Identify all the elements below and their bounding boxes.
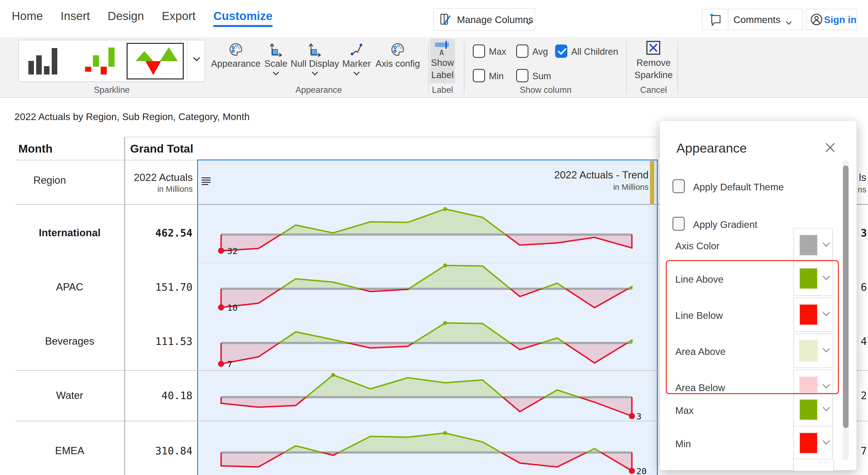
show-label-button[interactable]: A Show Label [430,39,455,83]
sparkline-min-label-water: 3 [636,411,642,421]
checkbox-avg[interactable] [516,44,528,58]
chevron-down-icon[interactable] [353,71,360,77]
show-label-line2: Label [430,70,455,80]
sparkline-min-label-emea: 20 [636,466,647,475]
trend-column-selected[interactable]: 2022 Actuals - Trend in Millions 3210732… [197,160,658,475]
color-dropdown-axis-color[interactable] [793,228,833,262]
marker-icon [349,42,364,58]
sparkline-group-label: Sparkline [18,85,205,95]
table-border [125,137,657,137]
value-column-subheader: in Millions [125,184,193,194]
bar-sparkline-thumbnail[interactable] [28,47,59,76]
manage-columns-icon [439,13,453,28]
chevron-down-icon[interactable] [311,71,318,77]
checkbox-label-min: Min [489,71,504,81]
row-separator [198,263,657,263]
highlighted-settings-outline [666,260,839,394]
panel-scrollbar-thumb[interactable] [843,165,848,428]
clipped-value-fragment: 2 [861,390,867,402]
column-header-grand-total[interactable]: Grand Total [130,142,193,156]
axis-config-button[interactable]: Axis config [374,40,421,84]
checkbox-all-children[interactable] [555,44,567,58]
chevron-down-icon [786,16,792,28]
report-title: 2022 Actuals by Region, Sub Region, Cate… [14,111,250,122]
winloss-sparkline-thumbnail[interactable] [85,47,116,76]
sparkline-min-label-international: 32 [227,246,238,256]
divider [678,42,678,94]
appearance-group-label: Appearance [213,85,425,95]
palette-icon [391,42,405,58]
checkbox-label-all-children: All Children [571,46,618,57]
checkbox-max[interactable] [473,44,485,58]
axes-icon [308,42,322,58]
menu-tab-design[interactable]: Design [107,9,144,27]
axis-config-label: Axis config [356,58,439,69]
row-value-water: 40.18 [124,390,192,402]
area-sparkline-thumbnail-selected[interactable] [127,43,184,79]
sparkline-beverages: 7 [198,317,657,371]
row-name-apac: APAC [15,281,124,293]
row-value-apac: 151.70 [124,281,192,293]
row-dimension-header[interactable]: Region [33,174,66,186]
row-name-water: Water [15,390,124,401]
comment-plus-icon [709,13,723,29]
checkbox-label-max: Max [489,46,506,57]
sparkline-emea: 20 [198,422,657,475]
row-name-beverages: Beverages [15,336,124,347]
divider [187,40,187,81]
color-dropdown-max[interactable] [793,393,833,427]
divider [428,42,429,94]
clipped-header-fragment: ls [859,172,866,183]
panel-row-label-axis-color: Axis Color [675,240,719,251]
chevron-down-icon [525,16,532,28]
remove-sparkline-line1: Remove [631,58,676,68]
chevron-down-icon [822,406,831,413]
appearance-panel: Appearance Apply Default ThemeApply Grad… [660,121,857,470]
menu-tab-customize[interactable]: Customize [213,9,272,27]
table-border [15,160,198,160]
sign-in-label: Sign in [824,14,857,25]
menu-tab-home[interactable]: Home [12,9,43,27]
menu-tab-insert[interactable]: Insert [61,9,90,27]
row-value-international: 462.54 [124,227,192,239]
value-column-header[interactable]: 2022 Actuals [125,172,193,183]
manage-columns-label: Manage Columns [457,14,533,25]
checkbox-min[interactable] [473,69,485,82]
sign-in-button[interactable]: Sign in [806,9,857,30]
row-value-beverages: 111.53 [124,336,192,347]
sparkline-type-gallery [18,40,205,82]
comments-button[interactable]: Comments [702,9,803,30]
menu-tab-export[interactable]: Export [162,9,195,27]
label-group-label: Label [430,85,455,95]
color-swatch-min [800,433,817,453]
chevron-down-icon [822,242,831,248]
divider [728,9,728,30]
row-name-international: International [15,227,124,239]
remove-x-icon [646,40,661,57]
clipped-column: lsns36427 [857,136,868,475]
panel-scrollbar-track[interactable] [843,160,849,460]
clipped-subheader-fragment: ns [858,185,866,194]
main-menu: HomeInsertDesignExportCustomize [12,9,273,27]
color-dropdown-min[interactable] [793,426,833,460]
column-header-month[interactable]: Month [18,142,53,156]
color-swatch-max [800,400,817,420]
checkbox-sum[interactable] [516,69,528,82]
show-label-line1: Show [430,58,455,68]
ribbon: Sparkline AppearanceScaleNull DisplayMar… [0,37,868,98]
divider [464,42,464,94]
clipped-value-fragment: 7 [861,445,867,457]
panel-checkbox-apply-default-theme[interactable] [673,179,685,193]
svg-text:A: A [439,48,444,57]
clipped-value-fragment: 6 [861,281,867,293]
remove-sparkline-button[interactable]: Remove Sparkline [631,39,676,83]
menu-bar: HomeInsertDesignExportCustomize Manage C… [0,0,868,37]
clipped-value-fragment: 3 [861,227,867,239]
person-icon [810,13,823,28]
manage-columns-button[interactable]: Manage Columns [433,8,535,31]
cancel-group-label: Cancel [631,85,676,95]
chevron-down-icon[interactable] [272,71,280,77]
panel-checkbox-apply-gradient[interactable] [673,217,685,231]
show-label-icon: A [434,41,451,58]
checkbox-label-sum: Sum [532,71,551,81]
